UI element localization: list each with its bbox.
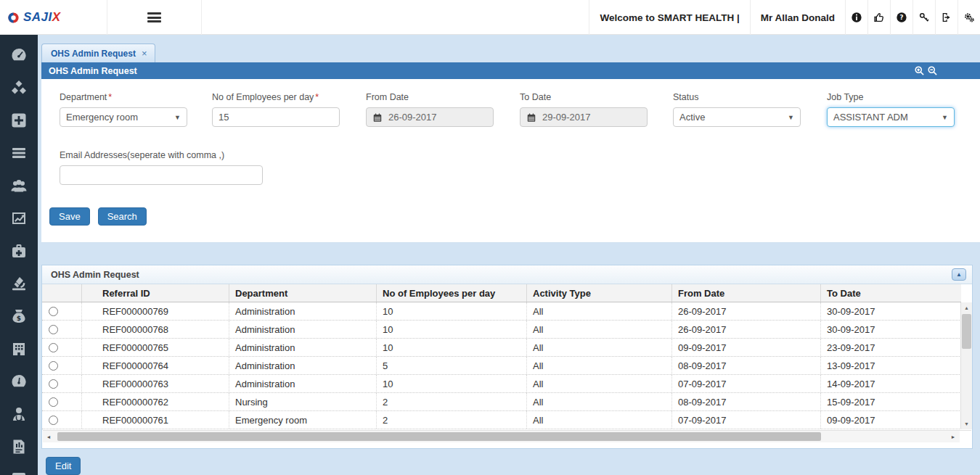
sidebar-item-list[interactable] — [10, 144, 28, 162]
sidebar-item-facility[interactable] — [10, 471, 28, 475]
ohs-request-results: OHS Admin Request ▲ Referral ID Departme… — [41, 265, 973, 449]
calendar-icon — [526, 112, 536, 123]
referral-id-cell: REF000000763 — [82, 375, 229, 392]
from-date-cell: 08-09-2017 — [672, 357, 821, 374]
user-name[interactable]: Mr Allan Donald — [750, 0, 845, 35]
table-row[interactable]: REF000000761 Emergency room 2 All 07-09-… — [42, 411, 961, 429]
scroll-left-arrow[interactable]: ◄ — [43, 431, 54, 442]
from-date-cell: 09-09-2017 — [672, 339, 821, 356]
row-select-cell — [42, 357, 82, 374]
employees-field: No of Employees per day* — [212, 92, 340, 127]
sidebar-item-medkit[interactable] — [10, 242, 28, 260]
results-panel-header: OHS Admin Request ▲ — [42, 265, 972, 284]
sidebar-item-dashboard[interactable] — [10, 46, 28, 64]
row-radio[interactable] — [49, 416, 58, 425]
from-date-cell: 08-09-2017 — [672, 393, 821, 410]
sidebar-item-add-record[interactable] — [10, 112, 28, 129]
column-header[interactable]: No of Employees per day — [377, 284, 527, 302]
from-date-cell: 07-09-2017 — [672, 411, 821, 429]
sidebar-item-billing[interactable]: $ — [10, 307, 28, 325]
left-sidebar: $ — [0, 35, 38, 475]
sajix-logo-icon — [7, 12, 20, 24]
sidebar-item-analytics[interactable] — [10, 210, 28, 227]
to-date-input[interactable]: 29-09-2017 — [520, 107, 648, 127]
from-date-input[interactable]: 26-09-2017 — [366, 107, 494, 127]
scroll-right-arrow[interactable]: ► — [947, 431, 959, 442]
table-row[interactable]: REF000000762 Nursing 2 All 08-09-2017 15… — [42, 393, 961, 411]
job-type-select[interactable]: ASSISTANT ADM ▼ — [827, 107, 955, 127]
info-button[interactable] — [845, 0, 867, 35]
column-header[interactable]: From Date — [672, 284, 821, 302]
column-header[interactable]: Referral ID — [82, 284, 229, 302]
row-radio[interactable] — [49, 343, 58, 352]
referral-id-cell: REF000000769 — [82, 302, 229, 320]
row-radio[interactable] — [49, 361, 58, 371]
to-date-field: To Date 29-09-2017 — [520, 92, 648, 127]
cubes-icon — [10, 79, 28, 96]
help-button[interactable]: ? — [890, 0, 912, 35]
email-input[interactable] — [60, 165, 263, 185]
to-date-cell: 30-09-2017 — [821, 302, 961, 320]
row-select-cell — [42, 393, 82, 410]
row-select-cell — [42, 375, 82, 392]
change-password-button[interactable] — [912, 0, 935, 35]
sidebar-item-lab[interactable] — [10, 275, 28, 292]
table-vertical-scrollbar[interactable]: ▲ ▼ — [960, 302, 972, 429]
status-select[interactable]: Active ▼ — [673, 107, 801, 127]
sidebar-item-monitor[interactable] — [10, 373, 28, 390]
save-button[interactable]: Save — [49, 207, 90, 226]
zoom-out-icon[interactable] — [927, 65, 938, 76]
header-right-group: Welcome to SMART HEALTH | Mr Allan Donal… — [589, 0, 980, 35]
brand-logo: SAJIX — [0, 0, 107, 35]
table-row[interactable]: REF000000765 Administration 10 All 09-09… — [42, 339, 961, 357]
sidebar-item-reports[interactable] — [10, 438, 28, 455]
settings-button[interactable] — [957, 0, 980, 35]
sidebar-item-doctor[interactable] — [10, 405, 28, 423]
like-button[interactable] — [867, 0, 890, 35]
table-row[interactable]: REF000000769 Administration 10 All 26-09… — [42, 302, 961, 321]
chevron-down-icon: ▼ — [942, 114, 948, 121]
column-header[interactable]: Activity Type — [527, 284, 672, 302]
tab-close-icon[interactable]: × — [142, 49, 147, 58]
employees-cell: 10 — [377, 339, 527, 356]
edit-button[interactable]: Edit — [46, 457, 81, 475]
row-radio[interactable] — [49, 325, 58, 334]
hospital-building-icon — [10, 340, 28, 358]
department-select[interactable]: Emergency room ▼ — [60, 107, 187, 127]
activity-type-cell: All — [527, 321, 672, 338]
vertical-scroll-thumb[interactable] — [962, 314, 971, 349]
row-radio[interactable] — [49, 397, 58, 407]
referral-id-cell: REF000000765 — [82, 339, 229, 356]
referral-id-cell: REF000000764 — [82, 357, 229, 374]
collapse-button[interactable]: ▲ — [952, 268, 966, 281]
tab-ohs-admin-request[interactable]: OHS Admin Request × — [41, 44, 155, 62]
row-select-cell — [42, 302, 82, 320]
sidebar-toggle-button[interactable] — [107, 0, 202, 35]
column-header[interactable]: To Date — [821, 284, 961, 302]
department-cell: Nursing — [229, 393, 377, 410]
to-date-cell: 15-09-2017 — [821, 393, 961, 410]
sidebar-item-hospital[interactable] — [10, 340, 28, 358]
sidebar-item-modules[interactable] — [10, 79, 28, 96]
search-button[interactable]: Search — [98, 207, 147, 226]
table-row[interactable]: REF000000768 Administration 10 All 26-09… — [42, 321, 961, 339]
row-radio[interactable] — [49, 307, 58, 316]
scroll-up-arrow[interactable]: ▲ — [961, 302, 972, 313]
column-header[interactable]: Department — [229, 284, 377, 302]
table-horizontal-scrollbar[interactable]: ◄ ► — [43, 430, 971, 442]
sidebar-item-users[interactable] — [10, 177, 28, 194]
svg-text:?: ? — [899, 14, 903, 21]
medkit-icon — [10, 242, 28, 260]
referral-id-cell: REF000000761 — [82, 411, 229, 429]
activity-type-cell: All — [527, 302, 672, 320]
table-row[interactable]: REF000000764 Administration 5 All 08-09-… — [42, 357, 961, 375]
row-radio[interactable] — [49, 379, 58, 389]
employees-input[interactable] — [212, 107, 340, 127]
table-row[interactable]: REF000000763 Administration 10 All 07-09… — [42, 375, 961, 393]
from-date-field: From Date 26-09-2017 — [366, 92, 494, 127]
scroll-down-arrow[interactable]: ▼ — [961, 418, 972, 429]
zoom-in-icon[interactable] — [914, 65, 925, 76]
logout-button[interactable] — [935, 0, 957, 35]
app-window: SAJIX Welcome to SMART HEALTH | Mr Allan… — [0, 0, 980, 475]
horizontal-scroll-thumb[interactable] — [57, 432, 821, 441]
